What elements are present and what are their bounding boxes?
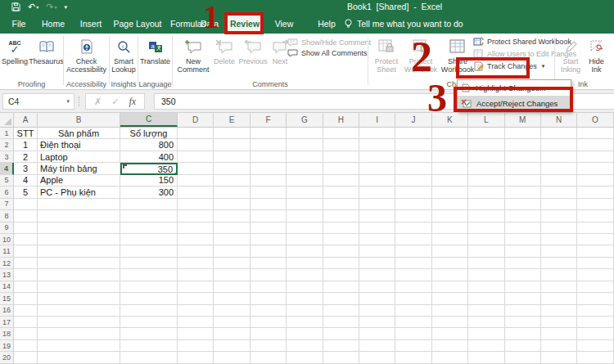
cell-F19[interactable] [251,340,287,352]
cell-J16[interactable] [395,305,431,317]
name-box-caret-icon[interactable]: ▾ [66,98,70,105]
row-header-10[interactable]: 10 [0,234,14,245]
cell-M7[interactable] [505,199,541,210]
menu-item-highlight-changes[interactable]: Highlight Changes... [458,80,571,96]
cell-L6[interactable] [468,186,504,198]
cell-H4[interactable] [323,163,359,174]
cell-C15[interactable] [120,293,178,304]
cell-D3[interactable] [178,151,214,163]
cell-O16[interactable] [577,305,613,317]
cell-O4[interactable] [577,163,613,174]
cell-A2[interactable]: 1 [14,139,38,151]
cell-H9[interactable] [323,222,359,234]
cell-L7[interactable] [468,199,504,210]
column-header-G[interactable]: G [287,113,323,127]
cell-F14[interactable] [251,281,287,293]
column-header-K[interactable]: K [432,113,468,127]
cell-G2[interactable] [287,139,323,151]
cell-I4[interactable] [359,163,395,174]
cell-I10[interactable] [359,234,395,245]
cell-M1[interactable] [505,128,541,139]
cell-O9[interactable] [577,222,613,234]
cell-G9[interactable] [287,222,323,234]
cell-M13[interactable] [505,269,541,281]
cell-M19[interactable] [505,340,541,352]
cell-J17[interactable] [395,317,431,328]
column-header-B[interactable]: B [38,113,120,127]
cell-L18[interactable] [468,328,504,339]
cell-K15[interactable] [432,293,468,304]
cell-M4[interactable] [505,163,541,174]
cell-M16[interactable] [505,305,541,317]
cell-C16[interactable] [120,305,178,317]
cell-J7[interactable] [395,199,431,210]
cell-F1[interactable] [251,128,287,139]
cell-D7[interactable] [178,199,214,210]
cell-K4[interactable] [432,163,468,174]
cell-F15[interactable] [251,293,287,304]
cell-H7[interactable] [323,199,359,210]
cell-O7[interactable] [577,199,613,210]
cell-I5[interactable] [359,175,395,186]
cell-N5[interactable] [541,175,577,186]
cell-A19[interactable] [14,340,38,352]
cell-K18[interactable] [432,328,468,339]
cell-G1[interactable] [287,128,323,139]
cell-G4[interactable] [287,163,323,174]
cell-E7[interactable] [214,199,250,210]
cell-E3[interactable] [214,151,250,163]
cell-N16[interactable] [541,305,577,317]
cell-B4[interactable]: Máy tính bảng [38,163,120,174]
cell-B20[interactable] [38,352,120,363]
cell-I3[interactable] [359,151,395,163]
cell-H3[interactable] [323,151,359,163]
cell-C11[interactable] [120,245,178,257]
smart-lookup-button[interactable]: i Smart Lookup [110,35,138,74]
row-header-9[interactable]: 9 [0,222,14,234]
cell-J18[interactable] [395,328,431,339]
cell-D14[interactable] [178,281,214,293]
cell-E5[interactable] [214,175,250,186]
cell-A10[interactable] [14,234,38,245]
thesaurus-button[interactable]: Thesaurus [29,35,63,65]
cell-H11[interactable] [323,245,359,257]
cell-J9[interactable] [395,222,431,234]
cell-C3[interactable]: 400 [120,151,178,163]
cell-A13[interactable] [14,269,38,281]
cell-K16[interactable] [432,305,468,317]
row-header-5[interactable]: 5 [0,175,14,186]
cell-L3[interactable] [468,151,504,163]
cell-N9[interactable] [541,222,577,234]
cell-K17[interactable] [432,317,468,328]
cell-G18[interactable] [287,328,323,339]
cell-L16[interactable] [468,305,504,317]
cell-L19[interactable] [468,340,504,352]
cell-N14[interactable] [541,281,577,293]
cell-J20[interactable] [395,352,431,363]
cell-A11[interactable] [14,245,38,257]
undo-icon[interactable]: ↶▾ [28,2,38,12]
cell-M12[interactable] [505,258,541,269]
customize-qat-icon[interactable]: ▾ [64,4,67,11]
cell-B18[interactable] [38,328,120,339]
cell-B2[interactable]: Điện thoại [38,139,120,151]
cell-B1[interactable]: Sản phẩm [38,128,120,139]
cell-H16[interactable] [323,305,359,317]
cell-O8[interactable] [577,210,613,222]
row-header-15[interactable]: 15 [0,293,14,304]
cell-F18[interactable] [251,328,287,339]
cell-G20[interactable] [287,352,323,363]
cell-C14[interactable] [120,281,178,293]
cell-D4[interactable] [178,163,214,174]
cell-H20[interactable] [323,352,359,363]
column-header-D[interactable]: D [178,113,214,127]
cell-K6[interactable] [432,186,468,198]
cell-G7[interactable] [287,199,323,210]
cell-K5[interactable] [432,175,468,186]
cell-C17[interactable] [120,317,178,328]
cell-A1[interactable]: STT [14,128,38,139]
tab-data[interactable]: Data [193,14,226,34]
cell-B17[interactable] [38,317,120,328]
cell-B6[interactable]: PC - Phụ kiện [38,186,120,198]
column-header-J[interactable]: J [395,113,431,127]
